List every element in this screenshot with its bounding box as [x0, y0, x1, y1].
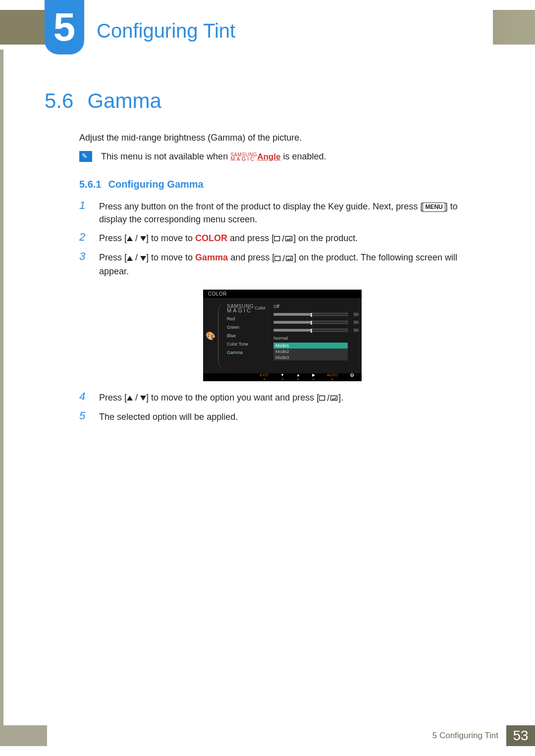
fragment: ] to move to	[146, 233, 195, 243]
osd-value-magic-color: :Off	[268, 302, 348, 310]
svg-rect-1	[286, 237, 292, 241]
note-suffix: is enabled.	[280, 151, 326, 161]
palette-icon: 🎨	[206, 331, 215, 341]
osd-footer: EXIT▾ ▼▾ ▲▾ ▶▾ AUTO▾ ⏻	[203, 373, 362, 381]
up-icon	[127, 236, 133, 241]
slider	[273, 329, 348, 332]
osd-value-green: :50	[268, 318, 348, 326]
fragment: Press [	[99, 393, 127, 403]
magic-label: SAMSUNGMAGIC	[227, 304, 254, 313]
step-text: Press [ / ] to move to COLOR and press […	[99, 231, 358, 245]
osd-play-icon: ▶▾	[312, 373, 315, 381]
fragment: and press [	[227, 233, 274, 243]
fragment: ] to move to	[146, 252, 195, 262]
step-number: 5	[79, 409, 88, 423]
fragment: ].	[338, 393, 343, 403]
osd-bracket	[218, 302, 227, 369]
svg-rect-3	[286, 256, 293, 260]
osd-screenshot: COLOR 🎨 SAMSUNGMAGIC Color Red Green Blu…	[203, 290, 362, 381]
osd-item-magic-color: SAMSUNGMAGIC Color	[227, 302, 268, 315]
fragment: ] to move to the option you want and pre…	[146, 393, 319, 403]
osd-item-color-tone: Color Tone	[227, 340, 268, 349]
step-4: 4 Press [ / ] to move to the option you …	[79, 390, 485, 404]
section-heading: 5.6 Gamma	[45, 89, 485, 113]
slider	[273, 313, 348, 316]
step-text: Press any button on the front of the pro…	[99, 199, 485, 226]
osd-value-blue: :50	[268, 326, 348, 334]
chapter-number: 5	[54, 4, 76, 50]
step-text: The selected option will be applied.	[99, 409, 238, 423]
step-2: 2 Press [ / ] to move to COLOR and press…	[79, 231, 485, 245]
osd-down-icon: ▼▾	[280, 373, 284, 381]
osd-power-icon: ⏻	[350, 373, 354, 381]
fragment: Press [	[99, 252, 127, 262]
select-enter-icon: /	[274, 232, 293, 245]
fragment: and press [	[228, 252, 274, 262]
page-footer: 5 Configuring Tint 53	[0, 725, 535, 746]
subsection-title: Configuring Gamma	[108, 179, 203, 190]
chapter-tab: 5	[45, 0, 84, 54]
down-icon	[140, 256, 146, 261]
label: AUTO	[327, 373, 338, 377]
svg-rect-5	[331, 396, 337, 401]
val: Off	[273, 304, 279, 309]
osd-value-red: :50	[268, 310, 348, 318]
section-intro: Adjust the mid-range brightness (Gamma) …	[79, 133, 485, 143]
osd-value-col: :Off :50 :50 :50 :Normal : Mode1 Mode2 M…	[268, 299, 362, 373]
keyword-gamma: Gamma	[195, 252, 228, 262]
osd-value-gamma: : Mode1 Mode2 Mode3	[268, 342, 348, 350]
down-icon	[140, 236, 146, 241]
up-icon	[127, 396, 133, 401]
angle-link[interactable]: Angle	[257, 152, 280, 161]
section-title: Gamma	[87, 89, 161, 113]
subsection-heading: 5.6.1 Configuring Gamma	[79, 179, 485, 190]
osd-icon-col: 🎨	[203, 299, 218, 373]
osd-up-icon: ▲▾	[296, 373, 300, 381]
keyword-color: COLOR	[195, 233, 227, 243]
note-row: This menu is not available when SAMSUNGM…	[79, 151, 485, 162]
val: 50	[354, 312, 359, 317]
osd-item-gamma: Gamma	[227, 349, 268, 357]
note-text: This menu is not available when SAMSUNGM…	[101, 151, 326, 162]
osd-value-color-tone: :Normal	[268, 334, 348, 342]
step-3: 3 Press [ / ] to move to Gamma and press…	[79, 250, 485, 277]
step-number: 1	[79, 199, 88, 226]
note-icon	[79, 151, 92, 162]
osd-item-blue: Blue	[227, 332, 268, 340]
gamma-dropdown: Mode1 Mode2 Mode3	[273, 342, 348, 360]
section-number: 5.6	[45, 89, 73, 113]
val: Normal	[273, 336, 288, 341]
step-number: 2	[79, 231, 88, 245]
svg-rect-2	[275, 256, 280, 260]
side-accent	[0, 50, 3, 725]
fragment: Press [	[99, 233, 127, 243]
label: Color	[255, 306, 266, 311]
content-area: 5.6 Gamma Adjust the mid-range brightnes…	[50, 89, 485, 428]
step-1: 1 Press any button on the front of the p…	[79, 199, 485, 226]
footer-chapter-ref: 5 Configuring Tint	[47, 725, 506, 746]
page-number: 53	[506, 725, 535, 746]
osd-item-red: Red	[227, 315, 268, 323]
fragment: ] on the product.	[293, 233, 358, 243]
osd-exit: EXIT▾	[260, 373, 268, 381]
fragment: Press any button on the front of the pro…	[99, 202, 423, 211]
gamma-option-selected: Mode1	[273, 343, 348, 349]
val: 50	[354, 328, 359, 333]
b: MAGIC	[227, 307, 252, 313]
osd-body: 🎨 SAMSUNGMAGIC Color Red Green Blue Colo…	[203, 299, 362, 373]
menu-button-label: MENU	[423, 202, 445, 212]
step-text: Press [ / ] to move to Gamma and press […	[99, 250, 485, 277]
step-list: 1 Press any button on the front of the p…	[79, 199, 485, 423]
svg-rect-0	[274, 237, 280, 241]
step-number: 3	[79, 250, 88, 277]
label: EXIT	[260, 373, 268, 377]
osd-header: COLOR	[203, 290, 362, 298]
slider	[273, 321, 348, 324]
step-text: Press [ / ] to move to the option you wa…	[99, 390, 343, 404]
chapter-title: Configuring Tint	[97, 20, 235, 42]
val: 50	[354, 320, 359, 325]
step-5: 5 The selected option will be applied.	[79, 409, 485, 423]
step-number: 4	[79, 390, 88, 404]
osd-item-green: Green	[227, 323, 268, 332]
gamma-option: Mode3	[273, 354, 348, 360]
